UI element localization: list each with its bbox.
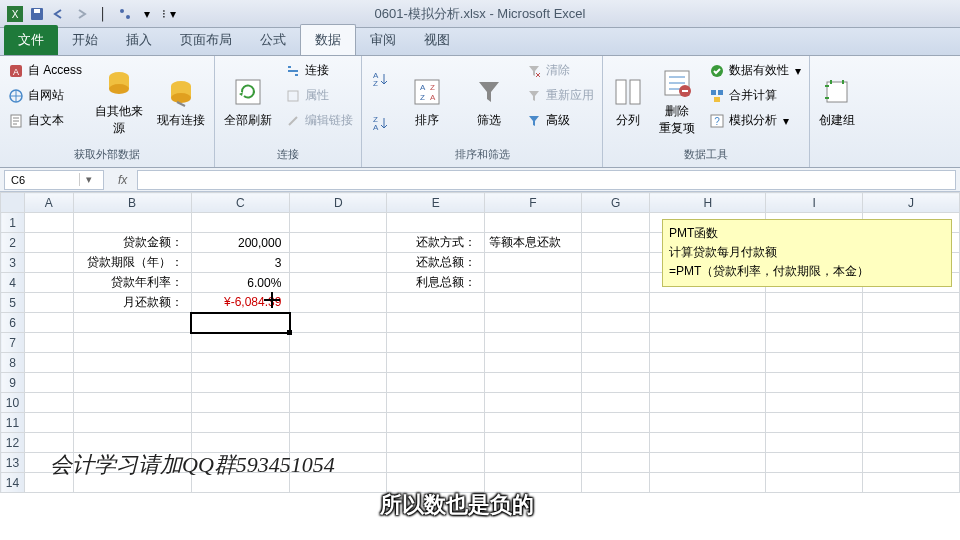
tab-data[interactable]: 数据 (300, 24, 356, 55)
tab-file[interactable]: 文件 (4, 25, 58, 55)
redo-icon[interactable] (72, 5, 90, 23)
cell-B11[interactable] (73, 413, 191, 433)
col-header-C[interactable]: C (191, 193, 290, 213)
cell-D8[interactable] (290, 353, 387, 373)
from-other-button[interactable]: 自其他来源 (90, 59, 148, 145)
cell-F4[interactable] (484, 273, 581, 293)
cell-D1[interactable] (290, 213, 387, 233)
cell-G3[interactable] (582, 253, 650, 273)
from-access-button[interactable]: A自 Access (4, 59, 86, 82)
cell-A1[interactable] (24, 213, 73, 233)
row-header-9[interactable]: 9 (1, 373, 25, 393)
row-header-4[interactable]: 4 (1, 273, 25, 293)
advanced-filter-button[interactable]: 高级 (522, 109, 598, 132)
cell-E8[interactable] (387, 353, 485, 373)
cell-J6[interactable] (863, 313, 960, 333)
cell-D11[interactable] (290, 413, 387, 433)
cell-F5[interactable] (484, 293, 581, 313)
name-box-dropdown-icon[interactable]: ▾ (79, 173, 97, 186)
col-header-H[interactable]: H (650, 193, 766, 213)
cell-G8[interactable] (582, 353, 650, 373)
worksheet-grid[interactable]: ABCDEFGHIJ12贷款金额：200,000还款方式：等额本息还款3贷款期限… (0, 192, 960, 493)
cell-E10[interactable] (387, 393, 485, 413)
cell-B5[interactable]: 月还款额： (73, 293, 191, 313)
cell-I7[interactable] (766, 333, 863, 353)
cell-H9[interactable] (650, 373, 766, 393)
row-header-7[interactable]: 7 (1, 333, 25, 353)
row-header-10[interactable]: 10 (1, 393, 25, 413)
cell-C8[interactable] (191, 353, 290, 373)
cell-F7[interactable] (484, 333, 581, 353)
group-create-button[interactable]: 创建组 (814, 59, 860, 145)
col-header-F[interactable]: F (484, 193, 581, 213)
cell-C7[interactable] (191, 333, 290, 353)
cell-A5[interactable] (24, 293, 73, 313)
cell-C10[interactable] (191, 393, 290, 413)
cell-B1[interactable] (73, 213, 191, 233)
cell-G4[interactable] (582, 273, 650, 293)
cell-F6[interactable] (484, 313, 581, 333)
undo-icon[interactable] (50, 5, 68, 23)
cell-C1[interactable] (191, 213, 290, 233)
row-header-5[interactable]: 5 (1, 293, 25, 313)
cell-I6[interactable] (766, 313, 863, 333)
cell-I11[interactable] (766, 413, 863, 433)
cell-B4[interactable]: 贷款年利率： (73, 273, 191, 293)
cell-D3[interactable] (290, 253, 387, 273)
cell-A10[interactable] (24, 393, 73, 413)
cell-E13[interactable] (387, 453, 485, 473)
cell-J11[interactable] (863, 413, 960, 433)
tab-layout[interactable]: 页面布局 (166, 25, 246, 55)
text-to-columns-button[interactable]: 分列 (607, 59, 649, 145)
name-box[interactable]: C6▾ (4, 170, 104, 190)
cell-J10[interactable] (863, 393, 960, 413)
cell-A3[interactable] (24, 253, 73, 273)
cell-I10[interactable] (766, 393, 863, 413)
col-header-B[interactable]: B (73, 193, 191, 213)
cell-H14[interactable] (650, 473, 766, 493)
cell-J9[interactable] (863, 373, 960, 393)
cell-E4[interactable]: 利息总额： (387, 273, 485, 293)
cell-B8[interactable] (73, 353, 191, 373)
from-web-button[interactable]: 自网站 (4, 84, 86, 107)
row-header-1[interactable]: 1 (1, 213, 25, 233)
cell-J7[interactable] (863, 333, 960, 353)
col-header-I[interactable]: I (766, 193, 863, 213)
cell-B10[interactable] (73, 393, 191, 413)
cell-F9[interactable] (484, 373, 581, 393)
cell-A9[interactable] (24, 373, 73, 393)
tab-review[interactable]: 审阅 (356, 25, 410, 55)
data-validation-button[interactable]: 数据有效性▾ (705, 59, 805, 82)
cell-C6[interactable] (191, 313, 290, 333)
cell-I13[interactable] (766, 453, 863, 473)
cell-F2[interactable]: 等额本息还款 (484, 233, 581, 253)
select-all-corner[interactable] (1, 193, 25, 213)
cell-H8[interactable] (650, 353, 766, 373)
row-header-13[interactable]: 13 (1, 453, 25, 473)
cell-D6[interactable] (290, 313, 387, 333)
cell-D4[interactable] (290, 273, 387, 293)
qat-custom-icon[interactable] (116, 5, 134, 23)
cell-E12[interactable] (387, 433, 485, 453)
save-icon[interactable] (28, 5, 46, 23)
row-header-2[interactable]: 2 (1, 233, 25, 253)
cell-H7[interactable] (650, 333, 766, 353)
qat-dropdown-icon[interactable]: ▾ (138, 5, 156, 23)
cell-C11[interactable] (191, 413, 290, 433)
consolidate-button[interactable]: 合并计算 (705, 84, 805, 107)
cell-D9[interactable] (290, 373, 387, 393)
cell-J12[interactable] (863, 433, 960, 453)
cell-D7[interactable] (290, 333, 387, 353)
cell-C4[interactable]: 6.00% (191, 273, 290, 293)
cell-D2[interactable] (290, 233, 387, 253)
cell-D5[interactable] (290, 293, 387, 313)
cell-C2[interactable]: 200,000 (191, 233, 290, 253)
cell-D10[interactable] (290, 393, 387, 413)
refresh-all-button[interactable]: 全部刷新 (219, 59, 277, 145)
existing-conn-button[interactable]: 现有连接 (152, 59, 210, 145)
fx-button[interactable]: fx (108, 173, 137, 187)
cell-G10[interactable] (582, 393, 650, 413)
cell-B9[interactable] (73, 373, 191, 393)
what-if-button[interactable]: ?模拟分析▾ (705, 109, 805, 132)
cell-I5[interactable] (766, 293, 863, 313)
